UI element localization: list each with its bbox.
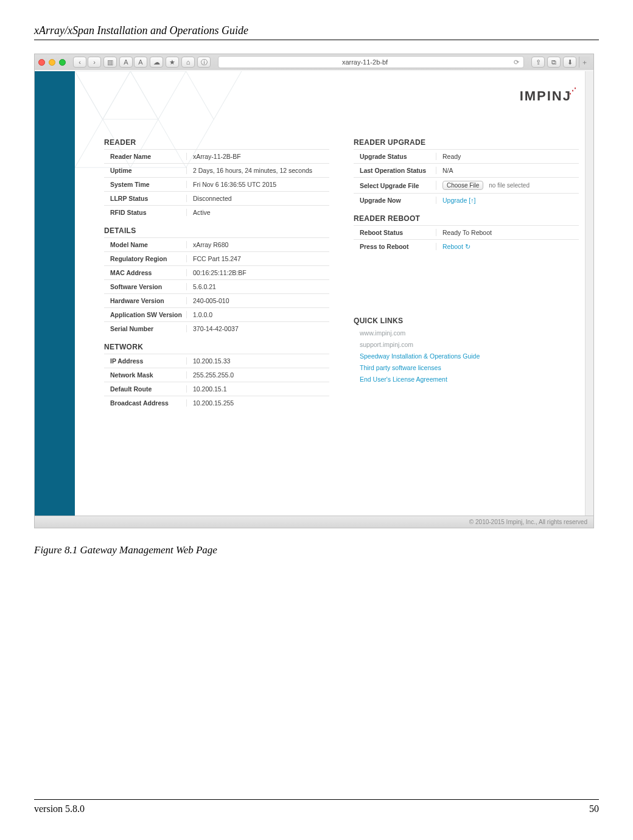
doc-version: version 5.8.0 bbox=[34, 803, 85, 814]
left-sidebar bbox=[35, 71, 75, 516]
ql-eula[interactable]: End User's License Agreement bbox=[360, 374, 579, 385]
page-footer-bar: © 2010-2015 Impinj, Inc., All rights res… bbox=[35, 516, 593, 528]
back-button[interactable]: ‹ bbox=[73, 57, 86, 68]
page-body: IMPINJ⋰ READER Reader NamexArray-11-2B-B… bbox=[35, 71, 593, 516]
top-sites-button[interactable]: ★ bbox=[166, 57, 179, 68]
address-text: xarray-11-2b-bf bbox=[219, 58, 511, 66]
ql-impinj[interactable]: www.impinj.com bbox=[360, 329, 405, 337]
hwver-row: Hardware Version240-005-010 bbox=[104, 293, 329, 307]
reader-name-row: Reader NamexArray-11-2B-BF bbox=[104, 149, 329, 163]
close-icon[interactable] bbox=[38, 59, 45, 66]
doc-header: xArray/xSpan Installation and Operations… bbox=[34, 24, 599, 40]
upgrade-status-row: Upgrade StatusReady bbox=[354, 149, 579, 163]
network-section-title: NETWORK bbox=[104, 343, 329, 351]
text-size-large-button[interactable]: A bbox=[134, 57, 147, 68]
doc-footer: version 5.8.0 50 bbox=[34, 799, 599, 814]
reboot-status-row: Reboot StatusReady To Reboot bbox=[354, 225, 579, 239]
impinj-logo: IMPINJ⋰ bbox=[520, 88, 576, 104]
refresh-icon bbox=[465, 243, 470, 250]
address-bar[interactable]: xarray-11-2b-bf ⟳ bbox=[218, 56, 524, 68]
appver-row: Application SW Version1.0.0.0 bbox=[104, 307, 329, 321]
region-row: Regulatory RegionFCC Part 15.247 bbox=[104, 251, 329, 265]
downloads-button[interactable]: ⬇ bbox=[563, 57, 576, 68]
quicklinks-section-title: QUICK LINKS bbox=[354, 317, 579, 325]
zoom-icon[interactable] bbox=[59, 59, 66, 66]
doc-page-number: 50 bbox=[589, 803, 599, 814]
share-button[interactable]: ⇪ bbox=[531, 57, 545, 68]
mac-row: MAC Address00:16:25:11:2B:BF bbox=[104, 265, 329, 279]
select-file-row: Select Upgrade File Choose File no file … bbox=[354, 177, 579, 193]
upload-icon bbox=[470, 197, 474, 204]
system-time-row: System TimeFri Nov 6 16:36:55 UTC 2015 bbox=[104, 177, 329, 191]
sidebar-toggle-button[interactable]: ▥ bbox=[103, 57, 117, 68]
new-tab-button[interactable]: ＋ bbox=[579, 57, 590, 68]
reboot-section-title: READER REBOOT bbox=[354, 214, 579, 223]
swver-row: Software Version5.6.0.21 bbox=[104, 279, 329, 293]
tabs-button[interactable]: ⧉ bbox=[547, 57, 561, 68]
model-row: Model NamexArray R680 bbox=[104, 237, 329, 251]
press-reboot-row: Press to Reboot Reboot bbox=[354, 239, 579, 253]
serial-row: Serial Number370-14-42-0037 bbox=[104, 321, 329, 335]
ql-licenses[interactable]: Third party software licenses bbox=[360, 362, 579, 374]
forward-button[interactable]: › bbox=[88, 57, 101, 68]
reboot-link[interactable]: Reboot bbox=[442, 243, 470, 250]
browser-window: ‹ › ▥ A A ☁ ★ ⌂ ⓘ xarray-11-2b-bf ⟳ ⇪ ⧉ … bbox=[34, 54, 594, 528]
vertical-scrollbar[interactable] bbox=[585, 71, 593, 516]
details-section-title: DETAILS bbox=[104, 226, 329, 235]
logo-dots-icon: ⋰ bbox=[569, 86, 576, 95]
ip-row: IP Address10.200.15.33 bbox=[104, 354, 329, 368]
last-op-row: Last Operation StatusN/A bbox=[354, 163, 579, 177]
mask-row: Network Mask255.255.255.0 bbox=[104, 368, 329, 382]
bcast-row: Broadcast Address10.200.15.255 bbox=[104, 396, 329, 410]
upgrade-now-row: Upgrade Now Upgrade [] bbox=[354, 193, 579, 207]
window-traffic-lights bbox=[38, 59, 66, 66]
upgrade-link[interactable]: Upgrade [] bbox=[442, 197, 475, 204]
llrp-status-row: LLRP StatusDisconnected bbox=[104, 191, 329, 205]
choose-file-button[interactable]: Choose File bbox=[442, 181, 483, 190]
window-titlebar: ‹ › ▥ A A ☁ ★ ⌂ ⓘ xarray-11-2b-bf ⟳ ⇪ ⧉ … bbox=[35, 54, 593, 70]
content-columns: READER Reader NamexArray-11-2B-BF Uptime… bbox=[104, 131, 579, 410]
home-button[interactable]: ⌂ bbox=[181, 57, 195, 68]
no-file-label: no file selected bbox=[489, 182, 530, 189]
upgrade-section-title: READER UPGRADE bbox=[354, 138, 579, 147]
icloud-button[interactable]: ☁ bbox=[150, 57, 163, 68]
figure-caption: Figure 8.1 Gateway Management Web Page bbox=[34, 544, 599, 556]
logo-text: IMPINJ bbox=[520, 88, 572, 103]
reload-icon[interactable]: ⟳ bbox=[511, 58, 521, 66]
left-column: READER Reader NamexArray-11-2B-BF Uptime… bbox=[104, 131, 329, 410]
route-row: Default Route10.200.15.1 bbox=[104, 382, 329, 396]
uptime-row: Uptime2 Days, 16 hours, 24 minutes, 12 s… bbox=[104, 163, 329, 177]
rfid-status-row: RFID StatusActive bbox=[104, 205, 329, 219]
ql-support[interactable]: support.impinj.com bbox=[360, 341, 413, 348]
quicklinks-list: www.impinj.com support.impinj.com Speedw… bbox=[354, 327, 579, 385]
info-button[interactable]: ⓘ bbox=[197, 57, 211, 68]
copyright-text: © 2010-2015 Impinj, Inc., All rights res… bbox=[469, 519, 587, 525]
ql-guide[interactable]: Speedway Installation & Operations Guide bbox=[360, 351, 579, 362]
page-main: IMPINJ⋰ READER Reader NamexArray-11-2B-B… bbox=[75, 71, 593, 516]
minimize-icon[interactable] bbox=[49, 59, 55, 66]
reader-section-title: READER bbox=[104, 138, 329, 147]
text-size-small-button[interactable]: A bbox=[119, 57, 133, 68]
right-column: READER UPGRADE Upgrade StatusReady Last … bbox=[354, 131, 579, 410]
